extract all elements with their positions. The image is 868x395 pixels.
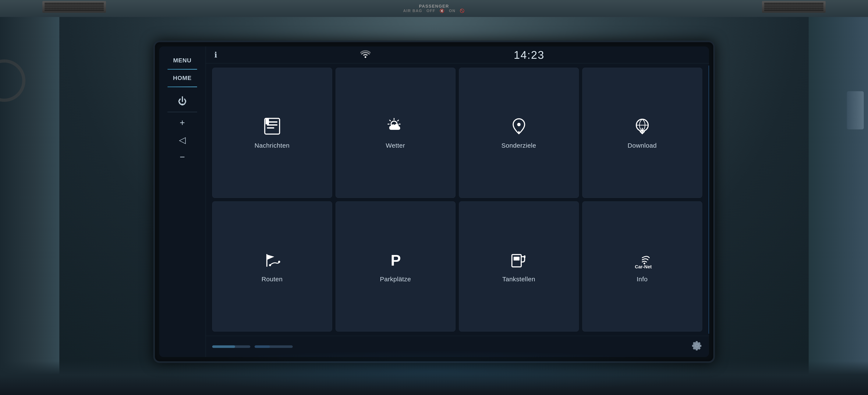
steering-wheel-hint (0, 59, 25, 102)
svg-point-12 (517, 123, 521, 126)
svg-rect-24 (524, 255, 525, 258)
vent-left (42, 1, 106, 13)
tile-info[interactable]: Car-Net Info (582, 201, 702, 332)
svg-point-20 (269, 264, 271, 266)
routen-icon (262, 250, 282, 272)
nachrichten-icon (262, 117, 282, 138)
screen: MENU HOME ⏻ + ◁ − ℹ (159, 47, 709, 357)
tile-routen[interactable]: Routen (212, 201, 332, 332)
svg-line-10 (390, 120, 391, 121)
volume-down-button[interactable]: − (180, 150, 185, 164)
svg-line-7 (398, 120, 399, 121)
sonderziele-label: Sonderziele (501, 142, 536, 149)
tile-download[interactable]: Download (582, 68, 702, 198)
nav-button[interactable]: ◁ (179, 133, 186, 147)
svg-text:Car-Net: Car-Net (635, 264, 652, 270)
tile-wetter[interactable]: Wetter (336, 68, 456, 198)
sidebar: MENU HOME ⏻ + ◁ − (159, 47, 206, 357)
screen-container: MENU HOME ⏻ + ◁ − ℹ (127, 24, 741, 380)
parkplaetze-icon: P (386, 250, 405, 272)
app-grid: Nachrichten (206, 63, 709, 336)
scroll-pill-2 (255, 345, 293, 348)
tile-parkplaetze[interactable]: P Parkplätze (336, 201, 456, 332)
screen-bezel: MENU HOME ⏻ + ◁ − ℹ (153, 40, 715, 363)
vent-right (762, 1, 826, 13)
vertical-divider (709, 65, 709, 334)
status-bar: ℹ 14:23 (206, 47, 709, 63)
parkplaetze-label: Parkplätze (380, 276, 411, 283)
sidebar-divider-1 (167, 69, 197, 69)
svg-rect-2 (267, 124, 277, 125)
sidebar-divider-2 (167, 87, 197, 87)
grid-row-2: Routen P Parkplätze (212, 201, 702, 332)
tankstellen-icon (509, 250, 528, 272)
status-left: ℹ (214, 51, 217, 59)
nachrichten-label: Nachrichten (255, 142, 290, 149)
wetter-label: Wetter (386, 142, 405, 149)
svg-marker-18 (267, 255, 274, 260)
side-panel-right (809, 17, 868, 395)
screen-glow (148, 350, 720, 393)
svg-rect-23 (514, 257, 520, 260)
side-panel-left (0, 17, 59, 395)
scroll-pill-1 (212, 345, 250, 348)
download-label: Download (628, 142, 657, 149)
svg-rect-22 (512, 255, 521, 267)
status-time: 14:23 (514, 49, 545, 61)
sonderziele-icon (509, 117, 528, 138)
svg-point-19 (278, 261, 280, 263)
airbag-indicator: PASSENGER AIR BAG OFF 🔇 ON 🚫 (403, 4, 465, 13)
info-status-icon: ℹ (214, 51, 217, 59)
svg-rect-3 (267, 127, 274, 129)
tankstellen-label: Tankstellen (502, 276, 535, 283)
tile-sonderziele[interactable]: Sonderziele (459, 68, 579, 198)
scroll-indicators (212, 345, 293, 348)
power-button[interactable]: ⏻ (178, 94, 187, 108)
home-button[interactable]: HOME (159, 73, 206, 84)
info-label: Info (637, 276, 648, 283)
sidebar-icon-divider-1 (167, 112, 197, 112)
carnet-icon: Car-Net (633, 250, 652, 272)
download-icon (633, 117, 652, 138)
tile-nachrichten[interactable]: Nachrichten (212, 68, 332, 198)
tile-tankstellen[interactable]: Tankstellen (459, 201, 579, 332)
routen-label: Routen (261, 276, 283, 283)
wetter-icon (386, 117, 405, 138)
menu-button[interactable]: MENU (159, 55, 206, 66)
grid-row-1: Nachrichten (212, 68, 702, 198)
svg-text:P: P (391, 252, 401, 269)
wifi-icon (360, 50, 371, 60)
status-center (360, 50, 371, 60)
door-handle (847, 91, 864, 130)
volume-up-button[interactable]: + (180, 116, 185, 130)
svg-rect-4 (266, 119, 269, 124)
main-content: ℹ 14:23 (206, 47, 709, 357)
dashboard-top: PASSENGER AIR BAG OFF 🔇 ON 🚫 (0, 0, 868, 17)
